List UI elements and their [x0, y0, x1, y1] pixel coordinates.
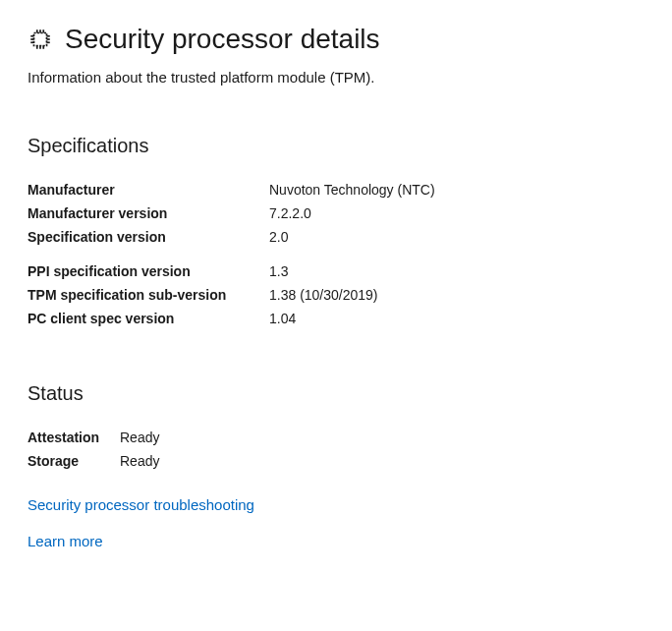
svg-rect-0: [34, 33, 47, 46]
status-heading: Status: [28, 382, 644, 405]
troubleshooting-link[interactable]: Security processor troubleshooting: [28, 496, 644, 513]
spec-label: Manufacturer: [28, 179, 269, 202]
status-row: Attestation Ready: [28, 427, 644, 450]
status-value: Ready: [120, 450, 159, 474]
spec-row: Manufacturer version 7.2.2.0: [28, 202, 644, 226]
page-subtitle: Information about the trusted platform m…: [28, 69, 644, 86]
learn-more-link[interactable]: Learn more: [28, 533, 644, 549]
spec-label: TPM specification sub-version: [28, 284, 269, 308]
chip-icon: [28, 27, 53, 52]
specifications-table: Manufacturer Nuvoton Technology (NTC) Ma…: [28, 179, 644, 331]
spec-row: Manufacturer Nuvoton Technology (NTC): [28, 179, 644, 202]
status-section: Status Attestation Ready Storage Ready S…: [28, 382, 644, 550]
spec-value: 1.04: [269, 308, 296, 331]
status-value: Ready: [120, 427, 159, 450]
spec-label: PPI specification version: [28, 260, 269, 284]
page-header: Security processor details: [28, 24, 644, 55]
spec-value: 2.0: [269, 226, 288, 250]
status-label: Storage: [28, 450, 120, 474]
spec-value: 1.3: [269, 260, 288, 284]
spec-label: PC client spec version: [28, 308, 269, 331]
status-row: Storage Ready: [28, 450, 644, 474]
spec-row: PC client spec version 1.04: [28, 308, 644, 331]
status-label: Attestation: [28, 427, 120, 450]
specifications-heading: Specifications: [28, 135, 644, 157]
spec-label: Manufacturer version: [28, 202, 269, 226]
spec-value: 7.2.2.0: [269, 202, 311, 226]
spec-row: Specification version 2.0: [28, 226, 644, 250]
spec-row: PPI specification version 1.3: [28, 260, 644, 284]
spec-value: Nuvoton Technology (NTC): [269, 179, 435, 202]
page-title: Security processor details: [65, 24, 380, 55]
spec-row: TPM specification sub-version 1.38 (10/3…: [28, 284, 644, 308]
spec-label: Specification version: [28, 226, 269, 250]
status-table: Attestation Ready Storage Ready: [28, 427, 644, 474]
spec-value: 1.38 (10/30/2019): [269, 284, 378, 308]
